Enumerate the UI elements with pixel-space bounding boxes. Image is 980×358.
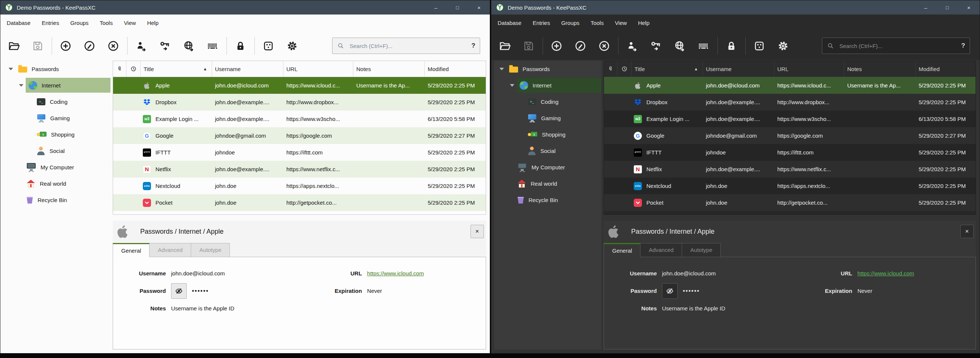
entry-row-ifttt[interactable]: IFTTTIFTTTjohndoehttps://ifttt.com5/29/2… — [604, 144, 975, 161]
tree-expander-icon[interactable] — [510, 84, 514, 87]
url-link[interactable]: https://www.icloud.com — [367, 270, 424, 276]
sidebar-item-passwords[interactable]: Passwords — [494, 61, 601, 77]
sidebar-item-recycle-bin[interactable]: Recycle Bin — [494, 192, 601, 208]
entry-edit-button[interactable] — [572, 38, 589, 54]
entry-row-apple[interactable]: Applejohn.doe@icloud.comhttps://www.iclo… — [113, 77, 486, 94]
sidebar-item-my-computer[interactable]: My Computer — [494, 159, 601, 175]
open-database-button[interactable] — [496, 38, 513, 54]
menu-tools[interactable]: Tools — [585, 14, 609, 32]
column-header-modified[interactable]: Modified — [916, 61, 975, 77]
menu-view[interactable]: View — [118, 14, 141, 32]
column-header-attachment[interactable] — [113, 61, 126, 77]
maximize-button[interactable]: □ — [937, 0, 958, 14]
column-header-title[interactable]: Title▲ — [632, 61, 703, 77]
tab-general[interactable]: General — [113, 243, 150, 257]
sidebar-item-social[interactable]: Social — [494, 142, 601, 159]
tab-general[interactable]: General — [604, 243, 640, 257]
save-database-button[interactable] — [29, 38, 46, 54]
password-generator-button[interactable] — [751, 38, 767, 54]
password-generator-button[interactable] — [260, 38, 276, 54]
close-window-button[interactable]: × — [468, 0, 490, 14]
save-database-button[interactable] — [520, 38, 537, 54]
tab-advanced[interactable]: Advanced — [640, 243, 682, 257]
tab-autotype[interactable]: Autotype — [682, 243, 721, 257]
column-header-title[interactable]: Title▲ — [141, 61, 212, 77]
entry-delete-button[interactable] — [596, 38, 612, 54]
autotype-password-button[interactable] — [157, 38, 173, 54]
close-window-button[interactable]: × — [958, 0, 980, 14]
tree-expander-icon[interactable] — [500, 68, 504, 70]
entry-row-google[interactable]: GGooglejohndoe@gmail.comhttps://google.c… — [113, 127, 486, 144]
entry-row-google[interactable]: GGooglejohndoe@gmail.comhttps://google.c… — [604, 127, 975, 144]
open-database-button[interactable] — [6, 38, 22, 54]
autotype-username-button[interactable] — [133, 38, 149, 54]
column-header-url[interactable]: URL — [774, 61, 844, 77]
entry-edit-button[interactable] — [81, 38, 97, 54]
sidebar-item-internet[interactable]: Internet — [494, 77, 601, 93]
lock-database-button[interactable] — [232, 38, 248, 54]
sidebar-item-real-world[interactable]: Real world — [494, 175, 601, 192]
menu-tools[interactable]: Tools — [94, 14, 118, 32]
tab-autotype[interactable]: Autotype — [191, 243, 230, 257]
settings-button[interactable] — [775, 38, 791, 54]
menu-view[interactable]: View — [609, 14, 632, 32]
sidebar-item-real-world[interactable]: Real world — [3, 175, 110, 192]
autotype-url-button[interactable] — [671, 38, 688, 54]
entry-row-example-login[interactable]: w3Example Login ...john.doe@example....h… — [113, 110, 486, 127]
sidebar-item-my-computer[interactable]: My Computer — [3, 159, 110, 175]
menu-database[interactable]: Database — [492, 14, 527, 32]
entry-delete-button[interactable] — [105, 38, 121, 54]
perform-autotype-button[interactable] — [695, 38, 711, 54]
entry-row-apple[interactable]: Applejohn.doe@icloud.comhttps://www.iclo… — [604, 77, 975, 94]
entry-row-ifttt[interactable]: IFTTTIFTTTjohndoehttps://ifttt.com5/29/2… — [113, 144, 486, 161]
close-preview-button[interactable]: × — [471, 225, 484, 238]
column-header-expiry[interactable] — [126, 61, 141, 77]
toggle-password-button[interactable] — [171, 283, 187, 299]
column-header-expiry[interactable] — [617, 61, 632, 77]
menu-groups[interactable]: Groups — [65, 14, 94, 32]
sidebar-item-coding[interactable]: Coding — [494, 93, 601, 110]
autotype-username-button[interactable] — [624, 38, 640, 54]
sidebar-item-gaming[interactable]: Gaming — [3, 110, 110, 126]
url-link[interactable]: https://www.icloud.com — [857, 270, 914, 276]
menu-groups[interactable]: Groups — [556, 14, 585, 32]
column-header-notes[interactable]: Notes — [844, 61, 916, 77]
column-header-notes[interactable]: Notes — [353, 61, 425, 77]
sidebar-item-social[interactable]: Social — [3, 142, 110, 159]
search-input[interactable]: Search (Ctrl+F)...? — [822, 38, 970, 54]
column-header-modified[interactable]: Modified — [425, 61, 486, 77]
minimize-button[interactable]: – — [425, 0, 447, 14]
toggle-password-button[interactable] — [662, 283, 678, 299]
close-preview-button[interactable]: × — [960, 225, 974, 238]
column-header-url[interactable]: URL — [283, 61, 353, 77]
minimize-button[interactable]: – — [915, 0, 937, 14]
entry-row-pocket[interactable]: Pocketjohn.doehttp://getpocket.co...5/29… — [113, 194, 486, 211]
menu-help[interactable]: Help — [632, 14, 655, 32]
sidebar-item-shopping[interactable]: Shopping — [3, 126, 110, 142]
entry-row-dropbox[interactable]: Dropboxjohn.doe@example....http://www.dr… — [113, 94, 486, 110]
menu-help[interactable]: Help — [141, 14, 164, 32]
sidebar-item-coding[interactable]: Coding — [3, 93, 110, 110]
settings-button[interactable] — [284, 38, 300, 54]
lock-database-button[interactable] — [723, 38, 739, 54]
sidebar-item-shopping[interactable]: Shopping — [494, 126, 601, 142]
sidebar-item-passwords[interactable]: Passwords — [3, 61, 110, 77]
search-input[interactable]: Search (Ctrl+F)...? — [332, 38, 480, 54]
column-header-username[interactable]: Username — [212, 61, 283, 77]
tree-expander-icon[interactable] — [19, 84, 24, 87]
entry-row-nextcloud[interactable]: oOoNextcloudjohn.doehttps://apps.nextclo… — [604, 177, 975, 194]
tree-expander-icon[interactable] — [8, 68, 13, 70]
menu-entries[interactable]: Entries — [36, 14, 65, 32]
entry-add-button[interactable] — [548, 38, 565, 54]
entry-row-nextcloud[interactable]: oOoNextcloudjohn.doehttps://apps.nextclo… — [113, 177, 486, 194]
entry-add-button[interactable] — [57, 38, 74, 54]
sidebar-item-internet[interactable]: Internet — [3, 77, 110, 93]
tab-advanced[interactable]: Advanced — [150, 243, 191, 257]
entry-row-pocket[interactable]: Pocketjohn.doehttp://getpocket.co...5/29… — [604, 194, 975, 211]
menu-database[interactable]: Database — [1, 14, 36, 32]
sidebar-item-gaming[interactable]: Gaming — [494, 110, 601, 126]
maximize-button[interactable]: □ — [447, 0, 468, 14]
entry-row-netflix[interactable]: NNetflixjohn.doe@example....https://www.… — [604, 161, 975, 177]
search-help-button[interactable]: ? — [961, 42, 965, 50]
sidebar-item-recycle-bin[interactable]: Recycle Bin — [3, 192, 110, 208]
